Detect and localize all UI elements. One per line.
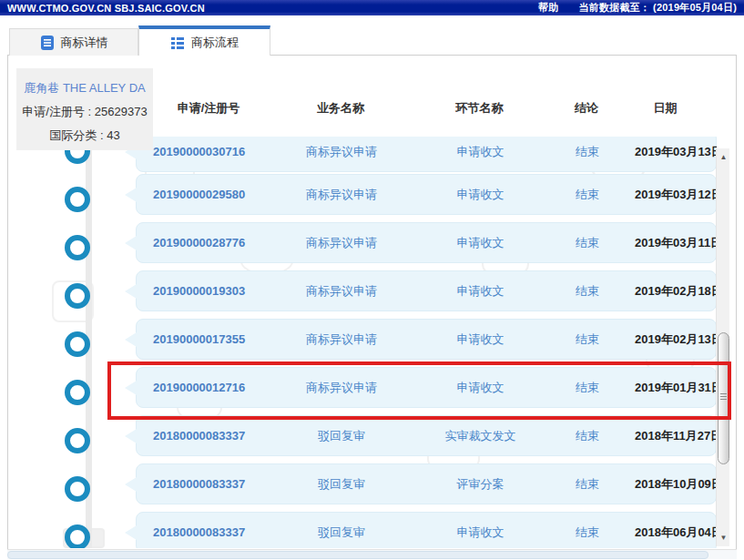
- scrollbar-grip-icon: [720, 393, 727, 402]
- conclusion: 结束: [560, 524, 615, 541]
- conclusion: 结束: [560, 331, 615, 348]
- stage-name: 申请收文: [401, 524, 560, 541]
- site-domains: WWW.CTMO.GOV.CN SBJ.SAIC.GOV.CN: [7, 3, 205, 14]
- conclusion: 结束: [560, 235, 615, 251]
- stage-name: 申请收文: [401, 187, 560, 203]
- business-name: 驳回复审: [282, 524, 401, 541]
- process-row[interactable]: 20180000083337 驳回复审 申请收文 结束 2018年06月04日: [136, 512, 717, 548]
- process-row-highlighted[interactable]: 20190000012716 商标异议申请 申请收文 结束 2019年01月31…: [136, 367, 717, 408]
- application-number-link[interactable]: 20190000019303: [137, 284, 282, 298]
- trademark-info-box: 鹿角巷 THE ALLEY DA 申请/注册号 : 25629373 国际分类 …: [16, 68, 153, 150]
- col-header-business: 业务名称: [281, 100, 400, 117]
- process-row[interactable]: 20190000028776 商标异议申请 申请收文 结束 2019年03月11…: [136, 222, 717, 263]
- data-cutoff-label: 当前数据截至： (2019年05月04日): [578, 1, 737, 15]
- application-number-link[interactable]: 20190000012716: [137, 381, 282, 394]
- trademark-name: 鹿角巷 THE ALLEY DA: [16, 80, 153, 97]
- date: 2019年03月11日: [615, 235, 717, 251]
- stage-name: 申请收文: [401, 331, 560, 348]
- registration-number-line: 申请/注册号 : 25629373: [16, 104, 153, 120]
- conclusion: 结束: [560, 283, 615, 300]
- tab-trademark-process[interactable]: 商标流程: [138, 25, 270, 56]
- application-number-link[interactable]: 20190000017355: [137, 332, 282, 346]
- vertical-scrollbar-thumb[interactable]: [718, 332, 729, 464]
- date: 2019年03月13日: [615, 144, 717, 160]
- process-row[interactable]: 20190000029580 商标异议申请 申请收文 结束 2019年03月12…: [136, 174, 717, 215]
- col-header-stage: 环节名称: [400, 100, 559, 117]
- stage-name: 实审裁文发文: [401, 428, 560, 444]
- col-header-number: 申请/注册号: [136, 100, 281, 117]
- process-row[interactable]: 20190000019303 商标异议申请 申请收文 结束 2019年02月18…: [136, 270, 717, 311]
- trademark-process-page: WWW.CTMO.GOV.CN SBJ.SAIC.GOV.CN 帮助 当前数据截…: [0, 0, 744, 560]
- application-number-link[interactable]: 20180000083337: [137, 429, 282, 443]
- date: 2019年01月31日: [615, 380, 717, 396]
- date: 2018年06月04日: [615, 524, 717, 541]
- scroll-down-arrow-icon[interactable]: ▼: [717, 531, 730, 545]
- horizontal-scrollbar-thumb[interactable]: [7, 551, 708, 559]
- timeline-node: [65, 235, 90, 260]
- process-row[interactable]: 20190000017355 商标异议申请 申请收文 结束 2019年02月13…: [136, 319, 717, 360]
- help-link[interactable]: 帮助: [538, 1, 558, 15]
- conclusion: 结束: [560, 476, 615, 493]
- scroll-up-arrow-icon[interactable]: ▲: [717, 150, 730, 164]
- table-header-row: 申请/注册号 业务名称 环节名称 结论 日期: [136, 96, 717, 121]
- timeline-node: [65, 187, 90, 212]
- application-number-link[interactable]: 20180000083337: [137, 477, 282, 491]
- business-name: 商标异议申请: [282, 144, 401, 160]
- stage-name: 申请收文: [401, 283, 560, 300]
- date: 2019年02月18日: [615, 283, 717, 300]
- top-bar: WWW.CTMO.GOV.CN SBJ.SAIC.GOV.CN 帮助 当前数据截…: [0, 0, 744, 15]
- business-name: 商标异议申请: [282, 331, 401, 348]
- business-name: 商标异议申请: [282, 187, 401, 203]
- conclusion: 结束: [560, 428, 615, 444]
- stage-name: 申请收文: [401, 380, 560, 396]
- business-name: 商标异议申请: [282, 283, 401, 300]
- flow-list-icon: [170, 36, 185, 50]
- stage-name: 申请收文: [401, 235, 560, 251]
- process-list-viewport: 20190000030716 商标异议申请 申请收文 结束 2019年03月13…: [8, 137, 717, 548]
- application-number-link[interactable]: 20190000029580: [137, 188, 282, 201]
- timeline-node: [65, 428, 90, 453]
- timeline-node: [65, 476, 90, 502]
- tab-trademark-details[interactable]: 商标详情: [9, 28, 138, 56]
- timeline-node: [65, 283, 90, 309]
- tab-label: 商标详情: [61, 35, 108, 51]
- business-name: 驳回复审: [282, 476, 401, 493]
- conclusion: 结束: [560, 144, 615, 160]
- business-name: 商标异议申请: [282, 235, 401, 251]
- conclusion: 结束: [560, 187, 615, 203]
- date: 2018年11月27日: [615, 428, 717, 444]
- stage-name: 评审分案: [401, 476, 560, 493]
- col-header-conclusion: 结论: [559, 100, 614, 117]
- business-name: 驳回复审: [282, 428, 401, 444]
- process-row[interactable]: 20180000083337 驳回复审 评审分案 结束 2018年10月09日: [136, 463, 717, 504]
- col-header-date: 日期: [614, 100, 717, 117]
- application-number-link[interactable]: 20190000030716: [137, 145, 282, 158]
- business-name: 商标异议申请: [282, 380, 401, 396]
- international-class-line: 国际分类 : 43: [16, 127, 153, 144]
- process-row[interactable]: 20190000030716 商标异议申请 申请收文 结束 2019年03月13…: [136, 137, 717, 172]
- application-number-link[interactable]: 20190000028776: [137, 236, 282, 249]
- document-icon: [40, 36, 55, 50]
- date: 2019年03月12日: [615, 187, 717, 203]
- timeline-node: [65, 380, 90, 405]
- vertical-scrollbar[interactable]: ▲ ▼: [716, 148, 729, 546]
- date: 2018年10月09日: [615, 476, 717, 493]
- horizontal-scrollbar[interactable]: [7, 549, 737, 559]
- timeline-node: [65, 524, 90, 548]
- timeline-node: [65, 331, 90, 357]
- conclusion: 结束: [560, 380, 615, 396]
- date: 2019年02月13日: [615, 331, 717, 348]
- stage-name: 申请收文: [401, 144, 560, 160]
- process-row[interactable]: 20180000083337 驳回复审 实审裁文发文 结束 2018年11月27…: [136, 415, 717, 456]
- application-number-link[interactable]: 20180000083337: [137, 525, 282, 539]
- tab-label: 商标流程: [191, 35, 239, 51]
